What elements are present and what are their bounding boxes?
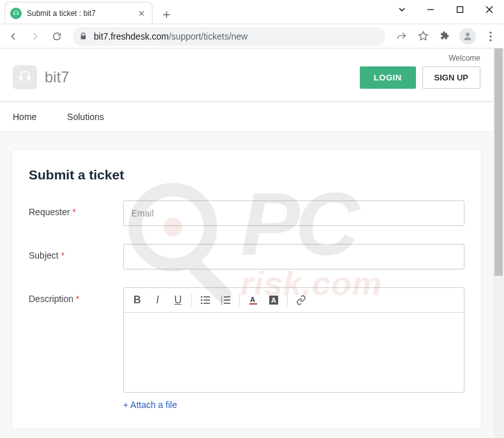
extensions-icon[interactable] <box>435 27 454 46</box>
svg-rect-0 <box>457 7 463 13</box>
main-nav: Home Solutions <box>0 102 493 132</box>
window-titlebar: Submit a ticket : bit7 <box>0 0 504 24</box>
requester-row: Requester* <box>29 200 464 226</box>
brand-logo-icon <box>13 65 37 89</box>
tab-favicon <box>10 8 22 19</box>
svg-rect-15 <box>224 303 230 304</box>
tab-close-icon[interactable] <box>137 8 147 19</box>
scrollbar-thumb[interactable] <box>494 49 503 276</box>
svg-point-2 <box>489 35 491 37</box>
ticket-form: Submit a ticket Requester* Subject* <box>11 149 482 429</box>
svg-point-1 <box>489 31 491 33</box>
svg-rect-13 <box>224 299 230 301</box>
window-minimize-button[interactable] <box>416 0 445 19</box>
svg-point-4 <box>201 296 203 298</box>
subject-label: Subject* <box>29 244 123 261</box>
address-bar[interactable]: bit7.freshdesk.com/support/tickets/new <box>73 27 385 46</box>
viewport: Welcome bit7 LOGIN SIGN UP Home Solution… <box>0 49 504 438</box>
description-row: Description* B I U <box>29 287 464 393</box>
vertical-scrollbar[interactable] <box>493 49 504 438</box>
lock-icon <box>79 32 87 40</box>
svg-rect-11 <box>224 296 230 298</box>
tab-title: Submit a ticket : bit7 <box>27 9 137 18</box>
rte-number-list-icon[interactable]: 123 <box>216 291 235 310</box>
nav-back-button[interactable] <box>4 27 23 46</box>
rte-separator <box>239 294 240 306</box>
description-textarea[interactable] <box>124 313 464 392</box>
requester-label: Requester* <box>29 200 123 217</box>
browser-menu-icon[interactable] <box>481 27 500 46</box>
browser-tab[interactable]: Submit a ticket : bit7 <box>4 2 152 24</box>
login-button[interactable]: LOGIN <box>360 66 416 89</box>
attach-file-link[interactable]: + Attach a file <box>123 400 177 410</box>
nav-home[interactable]: Home <box>13 103 36 131</box>
bookmark-star-icon[interactable] <box>413 27 433 46</box>
svg-text:A: A <box>271 296 276 304</box>
signup-button[interactable]: SIGN UP <box>422 66 480 89</box>
brand-name: bit7 <box>45 68 70 86</box>
new-tab-button[interactable] <box>158 6 175 24</box>
rte-text-color-icon[interactable]: A <box>244 291 263 310</box>
svg-rect-7 <box>204 299 210 301</box>
page-header: Welcome bit7 LOGIN SIGN UP <box>0 49 493 102</box>
window-controls <box>388 0 504 19</box>
description-label: Description* <box>29 287 123 304</box>
browser-toolbar: bit7.freshdesk.com/support/tickets/new <box>0 24 504 49</box>
svg-rect-17 <box>249 303 257 305</box>
window-maximize-button[interactable] <box>445 0 475 19</box>
rte-bullet-list-icon[interactable] <box>196 291 215 310</box>
tab-list-chevron-icon[interactable] <box>388 0 416 19</box>
svg-point-8 <box>201 303 203 305</box>
page: Welcome bit7 LOGIN SIGN UP Home Solution… <box>0 49 504 438</box>
svg-point-6 <box>201 299 203 301</box>
rte-separator <box>287 294 288 306</box>
description-editor: B I U 123 <box>123 287 464 393</box>
form-title: Submit a ticket <box>29 167 464 183</box>
rte-underline-icon[interactable]: U <box>168 291 188 310</box>
rte-highlight-icon[interactable]: A <box>264 291 283 310</box>
subject-row: Subject* <box>29 244 464 269</box>
share-icon[interactable] <box>392 27 411 46</box>
address-url: bit7.freshdesk.com/support/tickets/new <box>94 31 248 42</box>
svg-point-3 <box>489 39 491 41</box>
profile-avatar-button[interactable] <box>459 28 476 45</box>
nav-solutions[interactable]: Solutions <box>67 103 104 131</box>
svg-text:3: 3 <box>221 301 223 305</box>
rte-toolbar: B I U 123 <box>124 288 464 313</box>
window-close-button[interactable] <box>475 0 504 19</box>
rte-link-icon[interactable] <box>292 291 311 310</box>
svg-rect-9 <box>204 303 210 304</box>
rte-italic-icon[interactable]: I <box>148 291 167 310</box>
welcome-text: Welcome <box>0 49 493 63</box>
subject-input[interactable] <box>123 244 464 269</box>
rte-bold-icon[interactable]: B <box>128 291 147 310</box>
nav-reload-button[interactable] <box>47 27 66 46</box>
nav-forward-button[interactable] <box>26 27 45 46</box>
rte-separator <box>191 294 192 306</box>
svg-rect-5 <box>204 296 210 298</box>
requester-input[interactable] <box>123 200 464 226</box>
svg-text:A: A <box>250 296 255 303</box>
